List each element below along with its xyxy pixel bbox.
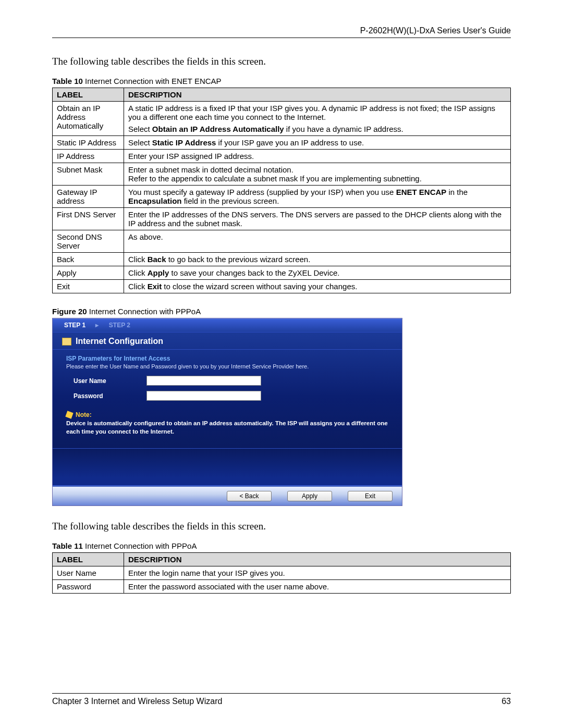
folder-icon: [62, 338, 71, 346]
form-row-username: User Name: [66, 376, 388, 386]
t: You must specify a gateway IP address (s…: [128, 188, 396, 196]
b: Obtain an IP Address Automatically: [152, 125, 284, 133]
note-title-text: Note:: [76, 411, 92, 418]
step-tabs: STEP 1 ▸ STEP 2: [53, 318, 402, 332]
row7-desc: Click Back to go back to the previous wi…: [124, 253, 511, 266]
password-input[interactable]: [146, 391, 261, 401]
page-footer: Chapter 3 Internet and Wireless Setup Wi…: [52, 693, 511, 706]
table-row: Password Enter the password associated w…: [53, 580, 511, 594]
exit-button[interactable]: Exit: [348, 491, 393, 501]
table11: LABEL DESCRIPTION User Name Enter the lo…: [52, 552, 511, 594]
row3-label: Subnet Mask: [53, 163, 124, 186]
t: Click: [128, 282, 148, 291]
row6-desc: As above.: [124, 230, 511, 253]
page-header: P-2602H(W)(L)-DxA Series User's Guide: [52, 26, 511, 38]
row0-desc-line1: A static IP address is a fixed IP that y…: [128, 104, 506, 121]
b: Apply: [148, 268, 169, 277]
b: Exit: [148, 282, 162, 291]
wizard-top: STEP 1 ▸ STEP 2 Internet Configuration I…: [53, 318, 402, 448]
table11-caption-text: Internet Connection with PPPoA: [83, 541, 197, 550]
password-label: Password: [66, 392, 146, 400]
table10: LABEL DESCRIPTION Obtain an IP Address A…: [52, 88, 511, 293]
row7-label: Back: [53, 253, 124, 266]
row9-label: Exit: [53, 280, 124, 293]
row1-desc: Select Static IP Address if your ISP gav…: [124, 136, 511, 150]
table10-caption-text: Internet Connection with ENET ENCAP: [83, 77, 222, 85]
row8-desc: Click Apply to save your changes back to…: [124, 266, 511, 280]
row9-desc: Click Exit to close the wizard screen wi…: [124, 280, 511, 293]
table-row: Subnet Mask Enter a subnet mask in dotte…: [53, 163, 511, 186]
table-row: Obtain an IP Address Automatically A sta…: [53, 102, 511, 136]
footer-page-number: 63: [501, 697, 511, 706]
row5-label: First DNS Server: [53, 208, 124, 230]
row3-desc: Enter a subnet mask in dotted decimal no…: [124, 163, 511, 186]
table-row: Gateway IP address You must specify a ga…: [53, 186, 511, 208]
b: Static IP Address: [152, 138, 216, 147]
note-block: Note: Device is automatically configured…: [53, 406, 402, 443]
table-row: First DNS Server Enter the IP addresses …: [53, 208, 511, 230]
wizard-spacer: [53, 448, 402, 486]
t: Select: [128, 138, 152, 147]
row1-label: Static IP Address: [53, 136, 124, 150]
username-input[interactable]: [146, 376, 261, 386]
row0-label: Obtain an IP Address Automatically: [53, 102, 124, 136]
row4-desc: You must specify a gateway IP address (s…: [124, 186, 511, 208]
row2-desc: Enter your ISP assigned IP address.: [124, 150, 511, 163]
step-separator-icon: ▸: [95, 322, 99, 329]
t: in the: [446, 188, 468, 196]
row0-desc-line2: Select Obtain an IP Address Automaticall…: [128, 125, 506, 133]
isp-params-subtitle: Please enter the User Name and Password …: [66, 363, 388, 369]
table11-caption-num: Table 11: [52, 541, 83, 550]
figure20-caption: Figure 20 Internet Connection with PPPoA: [52, 307, 511, 316]
table-row: User Name Enter the login name that your…: [53, 566, 511, 580]
t: field in the previous screen.: [182, 196, 279, 205]
table-row: Back Click Back to go back to the previo…: [53, 253, 511, 266]
row8-label: Apply: [53, 266, 124, 280]
intro-paragraph-2: The following table describes the fields…: [52, 521, 511, 532]
table-row: Second DNS Server As above.: [53, 230, 511, 253]
table-row: Static IP Address Select Static IP Addre…: [53, 136, 511, 150]
table11-head-label: LABEL: [53, 553, 124, 566]
intro-paragraph-1: The following table describes the fields…: [52, 56, 511, 67]
table-row: Apply Click Apply to save your changes b…: [53, 266, 511, 280]
t: if your ISP gave you an IP address to us…: [216, 138, 364, 147]
t: Click: [128, 268, 148, 277]
table10-head-label: LABEL: [53, 88, 124, 102]
wizard-button-bar: < Back Apply Exit: [53, 487, 402, 505]
table-row: Exit Click Exit to close the wizard scre…: [53, 280, 511, 293]
t: if you have a dynamic IP address.: [284, 125, 403, 133]
t: to close the wizard screen without savin…: [162, 282, 357, 291]
apply-button[interactable]: Apply: [287, 491, 332, 501]
b: Encapsulation: [128, 196, 182, 205]
row4-label: Gateway IP address: [53, 186, 124, 208]
table10-head-desc: DESCRIPTION: [124, 88, 511, 102]
isp-parameters-block: ISP Parameters for Internet Access Pleas…: [53, 350, 402, 401]
row2-label: IP Address: [53, 150, 124, 163]
t11-row1-label: Password: [53, 580, 124, 594]
wizard-window: STEP 1 ▸ STEP 2 Internet Configuration I…: [52, 318, 402, 506]
row0-desc: A static IP address is a fixed IP that y…: [124, 102, 511, 136]
back-button[interactable]: < Back: [227, 491, 272, 501]
row3-desc-l2: Refer to the appendix to calculate a sub…: [128, 174, 506, 183]
section-heading: Internet Configuration: [53, 332, 402, 350]
t: to save your changes back to the ZyXEL D…: [169, 268, 339, 277]
note-title: Note:: [66, 411, 388, 418]
form-row-password: Password: [66, 391, 388, 401]
username-label: User Name: [66, 377, 146, 385]
table10-caption-num: Table 10: [52, 77, 83, 85]
note-text: Device is automatically configured to ob…: [66, 419, 388, 436]
table10-caption: Table 10 Internet Connection with ENET E…: [52, 77, 511, 85]
tab-step2[interactable]: STEP 2: [109, 322, 130, 329]
row6-label: Second DNS Server: [53, 230, 124, 253]
b: Back: [148, 255, 166, 264]
figure20-caption-text: Internet Connection with PPPoA: [87, 307, 201, 316]
row3-desc-l1: Enter a subnet mask in dotted decimal no…: [128, 165, 506, 174]
footer-chapter: Chapter 3 Internet and Wireless Setup Wi…: [52, 697, 222, 706]
tab-step1[interactable]: STEP 1: [64, 322, 85, 329]
t11-row0-label: User Name: [53, 566, 124, 580]
header-title: P-2602H(W)(L)-DxA Series User's Guide: [360, 26, 511, 35]
table-row: IP Address Enter your ISP assigned IP ad…: [53, 150, 511, 163]
pin-icon: [65, 411, 73, 418]
t: Click: [128, 255, 148, 264]
t: Select: [128, 125, 152, 133]
